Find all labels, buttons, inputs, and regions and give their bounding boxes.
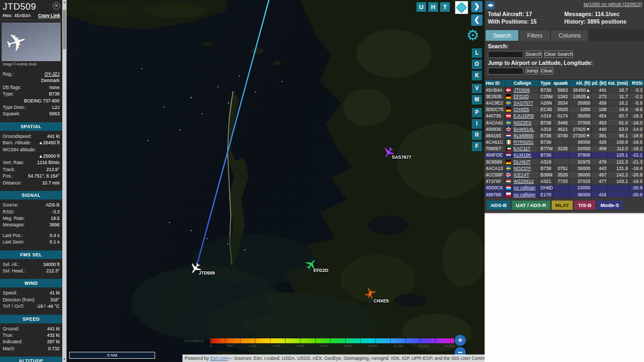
callsign-link[interactable]: NOZ37F xyxy=(514,166,531,171)
search-input[interactable] xyxy=(488,51,523,58)
copy-link[interactable]: Copy Link xyxy=(38,13,60,18)
panel-toggle-button[interactable]: ◀▶ xyxy=(486,1,495,9)
jump-button[interactable]: Jump xyxy=(525,67,538,75)
table-row[interactable]: 4CC58FICE14TB38M352639000497142.2-20.9 xyxy=(485,172,644,178)
callsign-link[interactable]: EFD2D xyxy=(514,94,529,99)
table-row[interactable]: 4D00C6no callsignDH8D23000-20.9 xyxy=(485,185,644,191)
map-button-f[interactable]: F xyxy=(472,142,482,151)
altitude-legend-title: ALTITUDE IN xyxy=(184,339,203,343)
aircraft-marker-efd2d[interactable]: EFD2D xyxy=(304,257,318,273)
map-button-l[interactable]: L xyxy=(472,48,482,58)
registration-link[interactable]: OY-JZJ xyxy=(45,71,60,77)
field-value: 0.732 xyxy=(48,345,60,352)
callsign-link[interactable]: RYR8251 xyxy=(514,139,533,145)
callsign-link[interactable]: WZZ9612 xyxy=(514,179,534,184)
callsign-link[interactable]: KAC117 xyxy=(514,146,530,151)
callsign-link[interactable]: ICE14T xyxy=(514,172,529,178)
filter-button-mlat[interactable]: MLAT xyxy=(552,201,573,210)
table-row[interactable]: 484165KLM9865B738074027200▼39196.1-18.9 xyxy=(485,132,644,139)
aircraft-marker-jtd509[interactable]: JTD509 xyxy=(189,260,203,276)
callsign-link[interactable]: DLH9JT xyxy=(514,159,531,165)
info-field-row: Direction (from):318° xyxy=(0,297,62,303)
map-button-h[interactable]: H xyxy=(428,2,438,12)
filter-button-tis-b[interactable]: TIS-B xyxy=(574,201,595,210)
close-icon[interactable]: ✕ xyxy=(53,2,60,10)
clear-search-button[interactable]: Clear Search xyxy=(544,50,574,58)
layers-button[interactable] xyxy=(455,1,468,14)
table-row[interactable]: 706057KAC117B77W323534000469112.0-18.1 xyxy=(485,146,644,152)
tab-columns[interactable]: Columns xyxy=(551,30,588,41)
map-canvas[interactable]: JTD509EFD2DCHXE5SAS7677 UHT ❯ ❮ ⚙ LOKVMP… xyxy=(67,0,485,362)
callsign-link[interactable]: no callsign xyxy=(514,185,536,190)
country-flag-is xyxy=(506,173,511,177)
callsign-link[interactable]: JTD509 xyxy=(514,87,530,93)
info-field-row: Ground:441 kt xyxy=(0,326,62,332)
map-button-p[interactable]: P xyxy=(472,108,482,117)
map-button-k[interactable]: K xyxy=(472,71,482,80)
type-cell: B738 xyxy=(539,132,553,138)
zoom-in-button[interactable]: + xyxy=(455,335,466,346)
callsign-link[interactable]: EJU15RB xyxy=(514,113,534,119)
map-button-r[interactable]: R xyxy=(472,130,482,140)
jump-input[interactable] xyxy=(488,68,523,75)
total-aircraft-label: Total Aircraft: xyxy=(488,11,524,17)
search-button[interactable]: Search xyxy=(525,50,542,58)
field-value: BOEING 737-800 xyxy=(24,98,60,104)
section-rows: Ground:441 ktTrue:432 ktIndicated:297 kt… xyxy=(0,323,62,352)
callsign-link[interactable]: KLM9865 xyxy=(514,133,533,138)
scroll-down-icon[interactable]: ▼ xyxy=(62,357,67,362)
altitude-cell: 37900 xyxy=(569,152,592,158)
scroll-up-icon[interactable]: ▲ xyxy=(62,0,67,5)
table-row[interactable]: 3E2535EFD2DC25M134212625▲27311.7-2.2 xyxy=(485,93,644,100)
callsign-link[interactable]: NSZ2ES xyxy=(514,120,531,125)
filter-button-ads-b[interactable]: ADS-B xyxy=(487,201,510,210)
aircraft-list-panel: ◀▶ tar1090 on github (220923) Total Airc… xyxy=(485,0,644,362)
filter-button-mode-s[interactable]: Mode-S xyxy=(597,201,623,210)
clear-jump-button[interactable]: Clear xyxy=(540,67,553,75)
table-row[interactable]: 489788no callsignE17036000416-20.8 xyxy=(485,191,644,198)
table-row[interactable]: 471F6FWZZ9612A321772037025477143.1-19.5 xyxy=(485,179,644,185)
gear-icon[interactable]: ⚙ xyxy=(466,27,479,44)
table-row[interactable]: 440735EJU15RBA31901743505045460.7-18.3 xyxy=(485,113,644,120)
panel-expand-right-icon[interactable]: ❯ xyxy=(471,1,482,12)
field-label: TAT / OAT: xyxy=(3,303,24,309)
table-row[interactable]: 3C6599DLH9JTA31932975479121.3-21.3 xyxy=(485,159,644,165)
map-button-m[interactable]: M xyxy=(472,95,482,105)
map-button-t[interactable]: T xyxy=(440,2,450,12)
map-button-v[interactable]: V xyxy=(472,84,482,93)
hex-cell: 4AC9E2 xyxy=(485,100,505,106)
table-row[interactable]: 4AC9E2SAS7677A20N35343595045916.2-5.9 xyxy=(485,100,644,106)
hex-cell: 484FDE xyxy=(485,152,505,158)
table-row[interactable]: 4ACA13NOZ37FB738075139000443131.9-18.4 xyxy=(485,165,644,172)
altitude-cell: 12625▲ xyxy=(569,93,592,99)
callsign-link[interactable]: BAW814L xyxy=(514,127,534,132)
esri-link[interactable]: Esri.com xyxy=(210,356,228,361)
left-panel-scrollbar[interactable]: ▲ ▼ xyxy=(62,0,67,362)
callsign-link[interactable]: no callsign xyxy=(514,192,536,197)
aircraft-label: EFD2D xyxy=(313,268,328,273)
map-button-o[interactable]: O xyxy=(472,60,482,69)
table-row[interactable]: 4ACA42NSZ2ESB73834663700045361.0-18.0 xyxy=(485,120,644,126)
filter-button-uat-ads-r[interactable]: UAT / ADS-R xyxy=(512,201,550,210)
info-field-row: Indicated:297 kt xyxy=(0,338,62,345)
panel-empty-area xyxy=(485,213,644,362)
aircraft-marker-sas7677[interactable]: SAS7677 xyxy=(382,144,396,160)
info-field-row: Denmark xyxy=(0,77,62,84)
country-flag-pl xyxy=(506,193,511,197)
callsign-link[interactable]: SAS7677 xyxy=(514,100,533,106)
callsign-link[interactable]: KLM19K xyxy=(514,152,531,158)
table-row[interactable]: 4CA61CRYR8251B73836000420100.9-19.5 xyxy=(485,139,644,146)
github-link[interactable]: tar1090 on github (220923) xyxy=(583,2,642,7)
map-button-u[interactable]: U xyxy=(416,2,426,12)
scrollbar-thumb[interactable] xyxy=(63,10,66,49)
tab-filters[interactable]: Filters xyxy=(519,30,550,41)
tab-search[interactable]: Search xyxy=(486,30,518,41)
map-button-i[interactable]: I xyxy=(472,119,482,129)
table-row[interactable]: 3DDC75CHXE5EC450020105010818.6-9.6 xyxy=(485,107,644,113)
callsign-link[interactable]: CHXE5 xyxy=(514,107,529,112)
table-row[interactable]: 45AB4AJTD509B738566326450▲44110.7-3.3 xyxy=(485,87,644,93)
table-row[interactable]: 484FDEKLM19KB73837900120.1-22.1 xyxy=(485,152,644,159)
panel-collapse-left-icon[interactable]: ❮ xyxy=(471,14,482,26)
aircraft-marker-chxe5[interactable]: CHXE5 xyxy=(364,287,376,301)
table-row[interactable]: 400936BAW814LA319462127925▼44063.0-14.0 xyxy=(485,126,644,132)
